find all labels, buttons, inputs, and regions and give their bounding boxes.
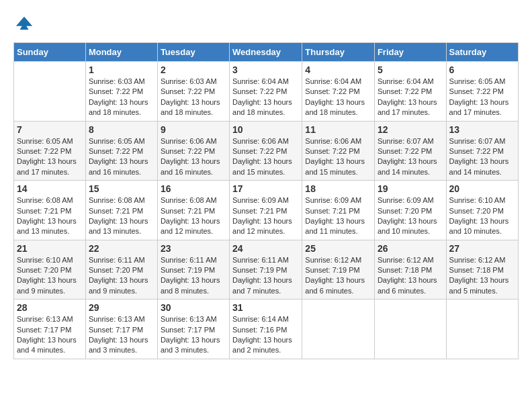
day-info: Sunrise: 6:08 AMSunset: 7:21 PMDaylight:…	[89, 195, 154, 237]
day-number: 2	[161, 64, 226, 75]
calendar-day-cell: 2Sunrise: 6:03 AMSunset: 7:22 PMDaylight…	[157, 62, 229, 122]
calendar-day-cell: 9Sunrise: 6:06 AMSunset: 7:22 PMDaylight…	[157, 121, 229, 181]
calendar-week-row: 7Sunrise: 6:05 AMSunset: 7:22 PMDaylight…	[14, 121, 519, 181]
calendar-day-cell: 6Sunrise: 6:05 AMSunset: 7:22 PMDaylight…	[446, 62, 518, 122]
calendar-week-row: 1Sunrise: 6:03 AMSunset: 7:22 PMDaylight…	[14, 62, 519, 122]
calendar-day-cell: 14Sunrise: 6:08 AMSunset: 7:21 PMDayligh…	[14, 181, 86, 240]
day-info: Sunrise: 6:09 AMSunset: 7:21 PMDaylight:…	[232, 195, 299, 237]
calendar-day-cell: 7Sunrise: 6:05 AMSunset: 7:22 PMDaylight…	[14, 121, 86, 181]
day-info: Sunrise: 6:13 AMSunset: 7:17 PMDaylight:…	[17, 314, 83, 356]
day-number: 12	[378, 124, 443, 135]
day-number: 1	[89, 64, 154, 75]
calendar-day-cell: 3Sunrise: 6:04 AMSunset: 7:22 PMDaylight…	[230, 62, 302, 122]
day-info: Sunrise: 6:06 AMSunset: 7:22 PMDaylight:…	[161, 136, 226, 178]
day-number: 20	[449, 183, 515, 194]
page-header	[13, 13, 519, 36]
calendar-day-cell: 28Sunrise: 6:13 AMSunset: 7:17 PMDayligh…	[14, 300, 86, 359]
day-number: 5	[378, 64, 443, 75]
day-info: Sunrise: 6:05 AMSunset: 7:22 PMDaylight:…	[449, 77, 515, 118]
calendar-day-cell: 1Sunrise: 6:03 AMSunset: 7:22 PMDaylight…	[85, 62, 157, 122]
calendar-day-cell: 22Sunrise: 6:11 AMSunset: 7:20 PMDayligh…	[85, 240, 157, 300]
logo-icon	[15, 13, 34, 32]
day-number: 7	[17, 124, 83, 135]
day-number: 31	[232, 302, 299, 313]
calendar-day-cell: 20Sunrise: 6:10 AMSunset: 7:20 PMDayligh…	[446, 181, 518, 240]
day-number: 17	[232, 183, 299, 194]
day-number: 10	[232, 124, 299, 135]
calendar-week-row: 14Sunrise: 6:08 AMSunset: 7:21 PMDayligh…	[14, 181, 519, 240]
day-of-week-header: Wednesday	[230, 43, 302, 62]
day-info: Sunrise: 6:06 AMSunset: 7:22 PMDaylight:…	[305, 136, 371, 178]
calendar-day-cell: 12Sunrise: 6:07 AMSunset: 7:22 PMDayligh…	[374, 121, 446, 181]
calendar-day-cell: 8Sunrise: 6:05 AMSunset: 7:22 PMDaylight…	[85, 121, 157, 181]
calendar-day-cell: 26Sunrise: 6:12 AMSunset: 7:18 PMDayligh…	[374, 240, 446, 300]
calendar-day-cell: 21Sunrise: 6:10 AMSunset: 7:20 PMDayligh…	[14, 240, 86, 300]
day-info: Sunrise: 6:13 AMSunset: 7:17 PMDaylight:…	[161, 314, 226, 356]
calendar-day-cell	[374, 300, 446, 359]
calendar-day-cell: 13Sunrise: 6:07 AMSunset: 7:22 PMDayligh…	[446, 121, 518, 181]
day-number: 14	[17, 183, 83, 194]
day-info: Sunrise: 6:13 AMSunset: 7:17 PMDaylight:…	[89, 314, 154, 356]
day-number: 26	[378, 243, 443, 254]
day-info: Sunrise: 6:03 AMSunset: 7:22 PMDaylight:…	[89, 77, 154, 118]
day-info: Sunrise: 6:05 AMSunset: 7:22 PMDaylight:…	[89, 136, 154, 178]
day-info: Sunrise: 6:10 AMSunset: 7:20 PMDaylight:…	[17, 255, 83, 297]
day-info: Sunrise: 6:11 AMSunset: 7:19 PMDaylight:…	[232, 255, 299, 297]
calendar-day-cell: 27Sunrise: 6:12 AMSunset: 7:18 PMDayligh…	[446, 240, 518, 300]
day-info: Sunrise: 6:04 AMSunset: 7:22 PMDaylight:…	[305, 77, 371, 118]
calendar-body: 1Sunrise: 6:03 AMSunset: 7:22 PMDaylight…	[14, 62, 519, 359]
day-info: Sunrise: 6:14 AMSunset: 7:16 PMDaylight:…	[232, 314, 299, 356]
day-of-week-header: Monday	[85, 43, 157, 62]
day-info: Sunrise: 6:06 AMSunset: 7:22 PMDaylight:…	[232, 136, 299, 178]
day-of-week-header: Saturday	[446, 43, 518, 62]
day-of-week-header: Friday	[374, 43, 446, 62]
day-info: Sunrise: 6:09 AMSunset: 7:20 PMDaylight:…	[378, 195, 443, 237]
day-number: 28	[17, 302, 83, 313]
calendar-day-cell: 16Sunrise: 6:08 AMSunset: 7:21 PMDayligh…	[157, 181, 229, 240]
day-info: Sunrise: 6:04 AMSunset: 7:22 PMDaylight:…	[232, 77, 299, 118]
day-number: 21	[17, 243, 83, 254]
calendar-day-cell	[302, 300, 375, 359]
calendar-day-cell: 25Sunrise: 6:12 AMSunset: 7:19 PMDayligh…	[302, 240, 375, 300]
day-number: 24	[232, 243, 299, 254]
day-number: 16	[161, 183, 226, 194]
day-info: Sunrise: 6:12 AMSunset: 7:18 PMDaylight:…	[449, 255, 515, 297]
calendar-day-cell: 30Sunrise: 6:13 AMSunset: 7:17 PMDayligh…	[157, 300, 229, 359]
logo	[13, 13, 34, 36]
day-number: 22	[89, 243, 154, 254]
calendar-week-row: 21Sunrise: 6:10 AMSunset: 7:20 PMDayligh…	[14, 240, 519, 300]
day-info: Sunrise: 6:07 AMSunset: 7:22 PMDaylight:…	[449, 136, 515, 178]
day-number: 27	[449, 243, 515, 254]
day-header-row: SundayMondayTuesdayWednesdayThursdayFrid…	[14, 43, 519, 62]
calendar-day-cell: 10Sunrise: 6:06 AMSunset: 7:22 PMDayligh…	[230, 121, 302, 181]
day-number: 4	[305, 64, 371, 75]
day-info: Sunrise: 6:08 AMSunset: 7:21 PMDaylight:…	[161, 195, 226, 237]
calendar-day-cell: 18Sunrise: 6:09 AMSunset: 7:21 PMDayligh…	[302, 181, 375, 240]
day-info: Sunrise: 6:11 AMSunset: 7:20 PMDaylight:…	[89, 255, 154, 297]
day-info: Sunrise: 6:03 AMSunset: 7:22 PMDaylight:…	[161, 77, 226, 118]
day-info: Sunrise: 6:05 AMSunset: 7:22 PMDaylight:…	[17, 136, 83, 178]
calendar-day-cell	[14, 62, 86, 122]
day-info: Sunrise: 6:11 AMSunset: 7:19 PMDaylight:…	[161, 255, 226, 297]
day-info: Sunrise: 6:09 AMSunset: 7:21 PMDaylight:…	[305, 195, 371, 237]
calendar-week-row: 28Sunrise: 6:13 AMSunset: 7:17 PMDayligh…	[14, 300, 519, 359]
day-of-week-header: Sunday	[14, 43, 86, 62]
calendar-day-cell: 23Sunrise: 6:11 AMSunset: 7:19 PMDayligh…	[157, 240, 229, 300]
day-number: 6	[449, 64, 515, 75]
calendar-day-cell: 5Sunrise: 6:04 AMSunset: 7:22 PMDaylight…	[374, 62, 446, 122]
calendar-day-cell: 11Sunrise: 6:06 AMSunset: 7:22 PMDayligh…	[302, 121, 375, 181]
day-number: 9	[161, 124, 226, 135]
day-number: 11	[305, 124, 371, 135]
day-info: Sunrise: 6:12 AMSunset: 7:19 PMDaylight:…	[305, 255, 371, 297]
day-number: 3	[232, 64, 299, 75]
day-info: Sunrise: 6:04 AMSunset: 7:22 PMDaylight:…	[378, 77, 443, 118]
calendar-day-cell	[446, 300, 518, 359]
day-number: 18	[305, 183, 371, 194]
calendar-day-cell: 31Sunrise: 6:14 AMSunset: 7:16 PMDayligh…	[230, 300, 302, 359]
day-number: 8	[89, 124, 154, 135]
day-info: Sunrise: 6:12 AMSunset: 7:18 PMDaylight:…	[378, 255, 443, 297]
day-of-week-header: Tuesday	[157, 43, 229, 62]
day-number: 30	[161, 302, 226, 313]
calendar-header: SundayMondayTuesdayWednesdayThursdayFrid…	[14, 43, 519, 62]
day-number: 29	[89, 302, 154, 313]
